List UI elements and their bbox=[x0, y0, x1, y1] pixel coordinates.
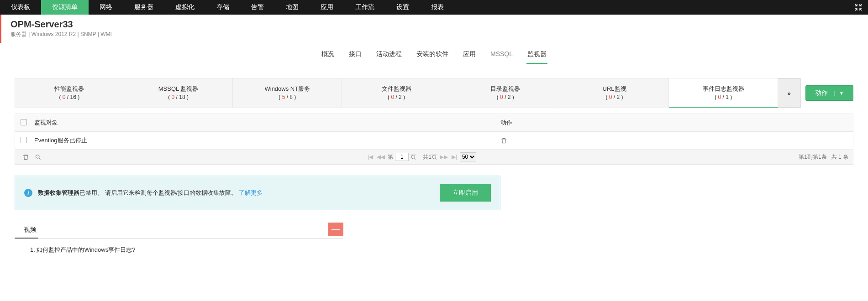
page-title: OPM-Server33 bbox=[11, 19, 859, 30]
monitor-tab-count: ( 0 / 2 ) bbox=[346, 94, 447, 100]
nav-virtualization[interactable]: 虚拟化 bbox=[164, 0, 205, 15]
monitor-tabs: 性能监视器 ( 0 / 16 ) MSSQL 监视器 ( 0 / 18 ) Wi… bbox=[15, 78, 801, 108]
monitor-tab-label: 性能监视器 bbox=[19, 85, 120, 93]
pager-prefix: 第 bbox=[388, 153, 393, 161]
select-all-checkbox[interactable] bbox=[21, 119, 27, 125]
nav-settings[interactable]: 设置 bbox=[385, 0, 420, 15]
pager-range: 第1到第1条 bbox=[799, 154, 826, 160]
video-tab[interactable]: 视频 bbox=[15, 222, 38, 239]
page-size-select[interactable]: 50 bbox=[460, 152, 476, 161]
monitor-tab-count: ( 0 / 1 ) bbox=[673, 94, 774, 100]
row-checkbox[interactable] bbox=[21, 137, 27, 143]
monitor-tab-label: URL监视 bbox=[564, 85, 665, 93]
action-button-label: 动作 bbox=[815, 89, 828, 97]
page-input[interactable] bbox=[395, 153, 409, 161]
collapse-section-button[interactable]: — bbox=[328, 223, 343, 236]
nav-report[interactable]: 报表 bbox=[420, 0, 455, 15]
nav-network[interactable]: 网络 bbox=[89, 0, 123, 15]
monitor-tab-directory[interactable]: 目录监视器 ( 0 / 2 ) bbox=[451, 78, 560, 108]
video-section: 视频 — 1. 如何监控产品中的Windows事件日志? bbox=[15, 222, 343, 254]
delete-icon[interactable] bbox=[500, 137, 847, 144]
monitor-tab-file[interactable]: 文件监视器 ( 0 / 2 ) bbox=[342, 78, 451, 108]
top-navbar: 仪表板 资源清单 网络 服务器 虚拟化 存储 告警 地图 应用 工作流 设置 报… bbox=[0, 0, 868, 15]
enable-now-button[interactable]: 立即启用 bbox=[440, 184, 491, 202]
table-header: 监视对象 动作 bbox=[15, 114, 853, 132]
page-header: OPM-Server33 服务器 | Windows 2012 R2 | SNM… bbox=[0, 15, 868, 43]
tab-monitor[interactable]: 监视器 bbox=[526, 46, 547, 64]
search-icon[interactable] bbox=[32, 154, 44, 161]
table-footer: |◀ ◀◀ 第 页 共1页 ▶▶ ▶| 50 第1到第1条 共 1 条 bbox=[15, 150, 853, 164]
info-icon: i bbox=[24, 189, 32, 197]
prev-page-icon[interactable]: ◀◀ bbox=[376, 154, 386, 160]
row-name[interactable]: Eventlog服务已停止 bbox=[34, 136, 500, 145]
nav-map[interactable]: 地图 bbox=[275, 0, 310, 15]
tab-software[interactable]: 安装的软件 bbox=[416, 46, 449, 64]
monitor-tab-nt-service[interactable]: Windows NT服务 ( 5 / 8 ) bbox=[233, 78, 342, 108]
monitor-more-button[interactable]: » bbox=[778, 78, 800, 108]
tab-application[interactable]: 应用 bbox=[462, 46, 477, 64]
svg-point-0 bbox=[36, 155, 40, 158]
nav-inventory[interactable]: 资源清单 bbox=[41, 0, 89, 15]
monitor-tab-label: 事件日志监视器 bbox=[673, 85, 774, 93]
monitor-tab-count: ( 0 / 2 ) bbox=[455, 94, 556, 100]
nav-storage[interactable]: 存储 bbox=[205, 0, 240, 15]
table-row: Eventlog服务已停止 bbox=[15, 132, 853, 150]
next-page-icon[interactable]: ▶▶ bbox=[439, 154, 449, 160]
column-header-name[interactable]: 监视对象 bbox=[34, 119, 500, 127]
monitor-tab-performance[interactable]: 性能监视器 ( 0 / 16 ) bbox=[15, 78, 124, 108]
action-dropdown-button[interactable]: 动作 ▼ bbox=[805, 85, 853, 101]
collapse-icon[interactable] bbox=[849, 0, 868, 15]
learn-more-link[interactable]: 了解更多 bbox=[239, 189, 263, 196]
monitor-tab-eventlog[interactable]: 事件日志监视器 ( 0 / 1 ) bbox=[669, 78, 778, 108]
first-page-icon[interactable]: |◀ bbox=[367, 154, 374, 160]
info-banner: i 数据收集管理器已禁用。 请启用它来检测每个监视器/接口的数据收集故障。 了解… bbox=[15, 176, 500, 210]
monitor-tab-count: ( 5 / 8 ) bbox=[237, 94, 338, 100]
video-list-item[interactable]: 1. 如何监控产品中的Windows事件日志? bbox=[15, 239, 343, 254]
banner-text: 数据收集管理器已禁用。 请启用它来检测每个监视器/接口的数据收集故障。 了解更多 bbox=[38, 189, 434, 197]
monitor-table: 监视对象 动作 Eventlog服务已停止 |◀ ◀◀ 第 bbox=[15, 114, 853, 165]
nav-workflow[interactable]: 工作流 bbox=[344, 0, 385, 15]
column-header-action: 动作 bbox=[500, 119, 847, 127]
monitor-tab-label: 文件监视器 bbox=[346, 85, 447, 93]
monitor-tab-count: ( 0 / 16 ) bbox=[19, 94, 120, 100]
nav-alarm[interactable]: 告警 bbox=[240, 0, 275, 15]
monitor-tab-label: 目录监视器 bbox=[455, 85, 556, 93]
pager-total: 共1页 bbox=[423, 153, 437, 161]
page-subtitle: 服务器 | Windows 2012 R2 | SNMP | WMI bbox=[11, 31, 859, 38]
monitor-tab-url[interactable]: URL监视 ( 0 / 2 ) bbox=[560, 78, 669, 108]
monitor-tab-count: ( 0 / 18 ) bbox=[128, 94, 229, 100]
detail-tabs: 概况 接口 活动进程 安装的软件 应用 MSSQL 监视器 bbox=[0, 46, 868, 64]
chevron-down-icon: ▼ bbox=[834, 91, 844, 96]
delete-selected-icon[interactable] bbox=[20, 154, 32, 161]
monitor-tab-label: Windows NT服务 bbox=[237, 85, 338, 93]
last-page-icon[interactable]: ▶| bbox=[451, 154, 458, 160]
nav-dashboard[interactable]: 仪表板 bbox=[0, 0, 41, 15]
nav-app[interactable]: 应用 bbox=[310, 0, 344, 15]
tab-interface[interactable]: 接口 bbox=[348, 46, 363, 64]
tab-overview[interactable]: 概况 bbox=[321, 46, 335, 64]
pager-count: 共 1 条 bbox=[831, 154, 848, 160]
tab-mssql[interactable]: MSSQL bbox=[489, 46, 514, 64]
nav-server[interactable]: 服务器 bbox=[123, 0, 164, 15]
pager-suffix: 页 bbox=[410, 153, 416, 161]
monitor-tab-count: ( 0 / 2 ) bbox=[564, 94, 665, 100]
monitor-tab-mssql[interactable]: MSSQL 监视器 ( 0 / 18 ) bbox=[124, 78, 233, 108]
monitor-tab-label: MSSQL 监视器 bbox=[128, 85, 229, 93]
tab-process[interactable]: 活动进程 bbox=[375, 46, 403, 64]
